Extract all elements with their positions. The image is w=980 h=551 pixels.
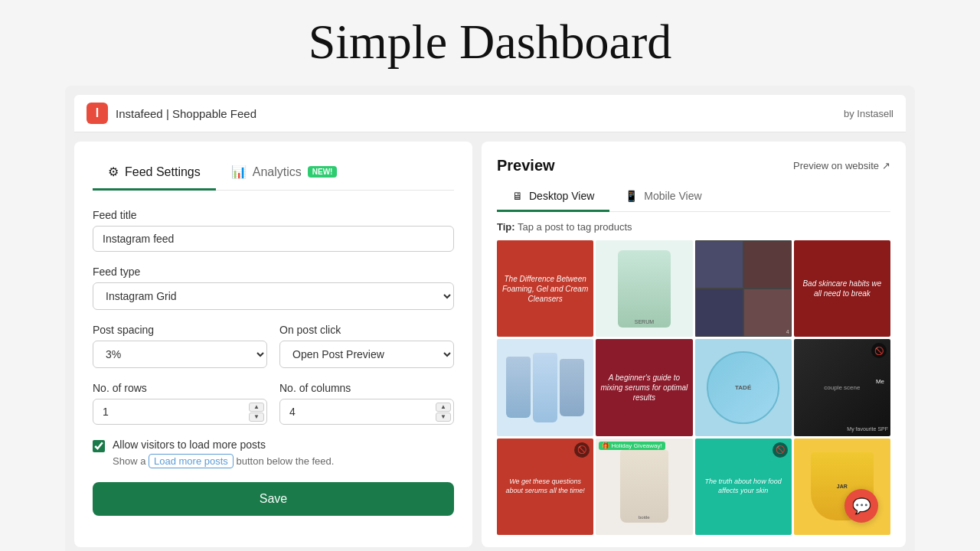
left-panel: ⚙ Feed Settings 📊 Analytics NEW! Feed ti…: [74, 142, 472, 547]
tab-feed-settings-label: Feed Settings: [125, 165, 201, 179]
columns-increment[interactable]: ▲: [436, 403, 451, 412]
tab-analytics[interactable]: 📊 Analytics NEW!: [216, 157, 353, 191]
helper-text-before: Show a: [113, 455, 145, 467]
mobile-view-label: Mobile View: [644, 190, 701, 202]
rows-decrement[interactable]: ▼: [249, 412, 264, 422]
no-of-columns-label: No. of columns: [279, 382, 454, 394]
grid-item-4[interactable]: Bad skincare habits we all need to break: [794, 240, 890, 337]
new-badge: NEW!: [308, 166, 338, 178]
helper-text-after: button below the feed.: [236, 455, 334, 467]
feed-title-input[interactable]: [93, 226, 454, 252]
grid-item-1-text: The Difference Between Foaming, Gel and …: [497, 240, 593, 337]
image-grid: The Difference Between Foaming, Gel and …: [497, 240, 890, 535]
no-of-rows-label: No. of rows: [93, 382, 267, 394]
rows-spinners: ▲ ▼: [249, 403, 264, 422]
feed-type-label: Feed type: [93, 266, 454, 278]
eye-slash-icon-9: 🚫: [574, 442, 590, 458]
preview-title: Preview: [497, 157, 555, 174]
tab-feed-settings[interactable]: ⚙ Feed Settings: [93, 157, 216, 191]
columns-spinners: ▲ ▼: [436, 403, 451, 422]
grid-item-2[interactable]: SERUM: [596, 240, 692, 337]
app-header-by: by Instasell: [844, 108, 893, 119]
eye-slash-icon-11: 🚫: [773, 442, 788, 458]
no-of-columns-input[interactable]: [279, 399, 454, 425]
tabs-container: ⚙ Feed Settings 📊 Analytics NEW!: [93, 157, 454, 191]
on-post-click-label: On post click: [279, 324, 454, 336]
rows-input-wrapper: ▲ ▼: [93, 399, 267, 425]
desktop-view-label: Desktop View: [529, 190, 594, 202]
gear-icon: ⚙: [108, 165, 119, 179]
post-spacing-select[interactable]: 0% 1% 2% 3% 4% 5%: [93, 341, 267, 368]
spi-label: My favourite SPF: [847, 426, 888, 432]
post-spacing-group: Post spacing 0% 1% 2% 3% 4% 5%: [93, 324, 267, 368]
allow-load-more-label: Allow visitors to load more posts: [113, 439, 266, 451]
page-title: Simple Dashboard: [0, 0, 980, 86]
app-logo: I: [87, 103, 108, 124]
allow-load-more-checkbox[interactable]: [93, 440, 105, 452]
chat-bubble[interactable]: 💬: [844, 489, 878, 523]
tab-desktop-view[interactable]: 🖥 Desktop View: [497, 184, 609, 212]
feed-type-group: Feed type Instagram Grid Instagram Carou…: [93, 266, 454, 310]
columns-decrement[interactable]: ▼: [436, 412, 451, 422]
view-tabs: 🖥 Desktop View 📱 Mobile View: [497, 184, 890, 212]
right-panel: Preview Preview on website ↗ 🖥 Desktop V…: [482, 142, 906, 547]
grid-item-6-text: A beginner's guide to mixing serums for …: [596, 339, 692, 435]
tip-label: Tip:: [497, 221, 515, 233]
preview-on-website-link[interactable]: Preview on website ↗: [793, 160, 890, 171]
app-header: I Instafeed | Shoppable Feed by Instasel…: [74, 95, 906, 132]
grid-item-4-text: Bad skincare habits we all need to break: [794, 240, 890, 337]
spacing-click-row: Post spacing 0% 1% 2% 3% 4% 5% On post c…: [93, 324, 454, 382]
rows-columns-row: No. of rows ▲ ▼ No. of columns ▲: [93, 382, 454, 439]
external-link-icon: ↗: [882, 160, 890, 171]
tab-analytics-label: Analytics: [253, 165, 302, 179]
allow-load-more-row: Allow visitors to load more posts: [93, 439, 454, 452]
grid-item-8[interactable]: couple scene 🚫 Me My favourite SPF: [794, 339, 890, 435]
mobile-icon: 📱: [625, 190, 638, 202]
tip-text: Tip: Tap a post to tag products: [497, 221, 890, 233]
save-button[interactable]: Save: [93, 482, 454, 516]
grid-item-11[interactable]: The truth about how food affects your sk…: [695, 439, 792, 535]
holiday-badge: 🎁 Holiday Giveaway!: [599, 442, 665, 450]
rows-increment[interactable]: ▲: [249, 403, 264, 412]
no-of-rows-group: No. of rows ▲ ▼: [93, 382, 267, 425]
me-label: Me: [876, 378, 884, 385]
bar-chart-icon: 📊: [231, 165, 247, 179]
feed-type-select[interactable]: Instagram Grid Instagram Carousel Instag…: [93, 282, 454, 310]
grid-item-10[interactable]: bottle 🎁 Holiday Giveaway!: [596, 439, 692, 535]
feed-title-group: Feed title: [93, 209, 454, 252]
preview-header: Preview Preview on website ↗: [497, 157, 890, 174]
tab-mobile-view[interactable]: 📱 Mobile View: [609, 184, 717, 212]
no-of-columns-group: No. of columns ▲ ▼: [279, 382, 454, 425]
main-content: ⚙ Feed Settings 📊 Analytics NEW! Feed ti…: [74, 142, 906, 547]
app-container: I Instafeed | Shoppable Feed by Instasel…: [65, 86, 915, 551]
load-more-link[interactable]: Load more posts: [149, 454, 234, 468]
grid-item-7[interactable]: TADÉ: [695, 339, 792, 435]
post-spacing-label: Post spacing: [93, 324, 267, 336]
grid-item-9[interactable]: We get these questions about serums all …: [497, 439, 593, 535]
no-of-rows-input[interactable]: [93, 399, 267, 425]
grid-item-5[interactable]: [497, 339, 593, 435]
grid-item-6[interactable]: A beginner's guide to mixing serums for …: [596, 339, 692, 435]
columns-input-wrapper: ▲ ▼: [279, 399, 454, 425]
helper-text: Show a Load more posts button below the …: [113, 455, 454, 467]
grid-item-12[interactable]: JAR: [794, 439, 890, 535]
on-post-click-group: On post click Open Post Preview Open Ins…: [279, 324, 454, 368]
tip-content: Tap a post to tag products: [518, 221, 632, 233]
desktop-icon: 🖥: [512, 190, 523, 202]
feed-title-label: Feed title: [93, 209, 454, 221]
app-header-left: I Instafeed | Shoppable Feed: [87, 103, 256, 124]
on-post-click-select[interactable]: Open Post Preview Open Instagram Post Do…: [279, 341, 454, 368]
app-header-title: Instafeed | Shoppable Feed: [116, 107, 256, 120]
grid-item-1[interactable]: The Difference Between Foaming, Gel and …: [497, 240, 593, 337]
grid-item-3[interactable]: 4: [695, 240, 792, 337]
